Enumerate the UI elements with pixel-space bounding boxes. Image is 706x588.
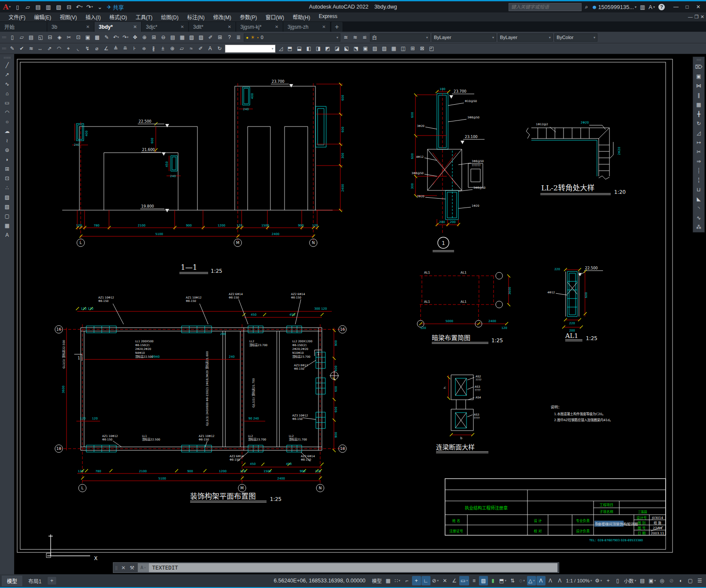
dim-aligned-icon[interactable]: ⇗ [45,44,54,53]
pan-icon[interactable]: ✥ [130,33,139,42]
offset-icon[interactable]: ∥ [694,90,704,100]
command-tools-icon[interactable]: ⚒ [128,565,136,571]
tab-3bdy[interactable]: 3bdy*✕ [94,22,142,32]
copy-faces-icon[interactable]: ▨ [370,44,379,53]
paste-icon[interactable]: ▣ [83,33,92,42]
region-icon[interactable]: ▢ [2,211,12,220]
print-icon[interactable]: ⊟ [45,33,55,42]
dim-angular-icon[interactable]: ∠ [102,44,111,53]
osnap-tracking-icon[interactable]: ✕ [440,576,449,585]
redo-button[interactable]: ↷▾ [85,2,94,12]
move-icon[interactable]: ╋ [694,109,704,118]
help-icon[interactable]: ? [658,4,665,10]
layout1-tab[interactable]: 布局1 [23,576,47,586]
new-file-button[interactable]: ▯ [13,2,22,12]
check-icon[interactable]: ◰ [427,44,436,53]
shell-icon[interactable]: ⊠ [418,44,427,53]
menu-help[interactable]: 帮助(H) [288,12,315,21]
tab-3jgsm-kj[interactable]: 3jgsm-kj*✕ [236,22,283,32]
make-block-icon[interactable]: ⊡ [2,174,12,183]
menu-tools[interactable]: 工具(T) [131,12,157,21]
quickcalc-icon[interactable]: ⊞ [215,33,224,42]
autodesk-app-icon[interactable]: A▾ [648,4,655,10]
table-icon[interactable]: ▦ [2,221,12,230]
clean-icon[interactable]: ◫ [399,44,408,53]
statusbar-model-button[interactable]: 模型 [371,576,383,585]
drawing-canvas[interactable]: 22.500 21.600 23.700 19.800 240 400 600 … [14,54,706,574]
paste-special-icon[interactable]: ▩ [93,33,102,42]
model-tab[interactable]: 模型 [2,576,22,586]
extrude-faces-icon[interactable]: ◨ [314,44,323,53]
isolate-objects-icon[interactable]: ◎ [658,576,667,585]
tab-start[interactable]: 开始 [0,22,47,32]
qat-customize-button[interactable]: ⌄ [95,2,105,12]
dim-continue-icon[interactable]: ⊦ [130,44,139,53]
color-faces-icon[interactable]: ▧ [380,44,389,53]
union-icon[interactable]: ⬒ [285,44,294,53]
dim-arclength-icon[interactable]: ◠ [55,44,64,53]
arc-icon[interactable]: ◠ [2,108,12,117]
properties-icon[interactable]: ▤ [168,33,177,42]
save-button[interactable]: ▤ [33,2,43,12]
plotstyle-dropdown[interactable]: ByColor▾ [554,33,597,42]
spline-icon[interactable]: ≀ [2,136,12,145]
dim-baseline-icon[interactable]: ≞ [121,44,130,53]
menu-modify[interactable]: 修改(M) [209,12,236,21]
dim-space-icon[interactable]: ≑ [139,44,148,53]
menu-window[interactable]: 窗口(W) [261,12,288,21]
share-button[interactable]: ✈共享 [106,2,125,12]
gradient-icon[interactable]: ▧ [2,202,12,211]
check-standards-icon[interactable]: ✔ [17,44,26,53]
insert-block-icon[interactable]: ⊞ [2,164,12,173]
scale-icon[interactable]: ◿ [694,128,704,137]
blend-icon[interactable]: ∿ [694,213,704,222]
delete-faces-icon[interactable]: ⬕ [342,44,351,53]
explode-icon[interactable]: ⁂ [694,223,704,232]
ellipse-icon[interactable]: ⊜ [2,145,12,154]
layer-lock-icon[interactable]: ▪ [257,35,259,40]
layer-on-icon[interactable]: ● [246,35,248,40]
units-value[interactable]: 小数▾ [623,576,638,585]
rectangle-icon[interactable]: ▭ [2,98,12,107]
annotation-scale-icon[interactable]: Λ [555,576,564,585]
redo-icon[interactable]: ↷▾ [121,33,130,42]
app-menu-button[interactable]: A▾ [2,2,12,12]
annotation-visibility-icon[interactable]: Λ [536,576,545,585]
layer-state-3-icon[interactable]: ≌ [360,33,369,42]
new-icon[interactable]: ▯ [8,33,17,42]
fillet-icon[interactable]: ◝ [694,204,704,213]
trim-icon[interactable]: ✂ [694,147,704,156]
open-icon[interactable]: ▱ [17,33,26,42]
menu-draw[interactable]: 绘图(D) [157,12,183,21]
zoom-window-icon[interactable]: ⊞ [149,33,158,42]
menu-parametric[interactable]: 参数(P) [236,12,261,21]
command-chip-icon[interactable]: A▾ [138,563,149,572]
center-mark-icon[interactable]: ⊕ [168,44,177,53]
snap-mode-icon[interactable]: ∷▾ [393,576,402,585]
copy-icon[interactable]: ▣ [694,72,704,81]
tab-3jgsm-zh[interactable]: 3jgsm-zh✕ [283,22,330,32]
close-button[interactable]: ✕ [693,3,703,11]
maximize-button[interactable]: □ [682,3,692,11]
annotation-scale-value[interactable]: 1:1 / 100%▾ [565,576,594,585]
dim-linear-icon[interactable]: ↔ [36,44,45,53]
menu-edit[interactable]: 编辑(E) [30,12,55,21]
quick-dim-icon[interactable]: ≜ [111,44,120,53]
isodraft-icon[interactable]: ▭▾ [459,576,469,585]
command-close-icon[interactable]: ✕ [119,565,128,571]
color-dropdown[interactable]: 白▾ [370,33,430,42]
stretch-icon[interactable]: ↦ [694,138,704,147]
doc-restore-button[interactable]: ❐ [694,14,699,20]
undo-icon[interactable]: ↶▾ [112,33,121,42]
grid-icon[interactable]: ▦ [384,576,393,585]
command-input[interactable]: A▾ TEXTEDIT [138,563,558,572]
graphics-performance-icon[interactable]: ◐ [676,576,685,585]
snap-toggle-icon[interactable]: + [412,576,421,585]
dim-radius-icon[interactable]: ◟ [73,44,82,53]
lock-ui-icon[interactable]: ▣▾ [647,576,657,585]
command-grip[interactable]: ⣿ [115,566,118,570]
array-icon[interactable]: ▦ [694,100,704,109]
mtext-edit-icon[interactable]: ✎ [8,44,17,53]
transparency-icon[interactable]: ▨ [479,576,488,585]
layer-properties-icon[interactable]: ≣ [234,33,243,42]
